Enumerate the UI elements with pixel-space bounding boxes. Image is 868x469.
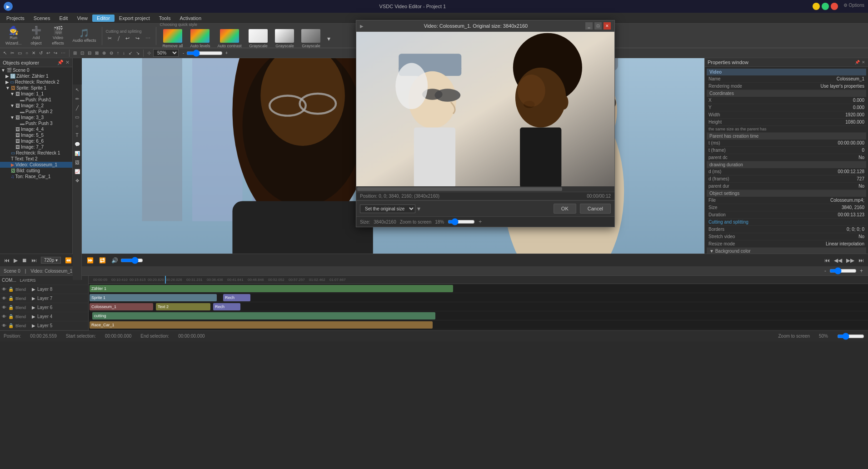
lv-graph-tool[interactable]: 📈 xyxy=(73,167,81,175)
clip-colosseum[interactable]: Colosseum_1 xyxy=(90,303,153,310)
tree-item-ton-racecar[interactable]: ♫ Ton: Race_Car_1 xyxy=(0,174,72,180)
zoom-select[interactable]: 50% 100% 75% 25% xyxy=(153,49,179,57)
zoom-increase-btn[interactable]: + xyxy=(224,50,229,56)
popup-scrollbar-thumb[interactable] xyxy=(357,187,562,191)
clip-cutting[interactable]: cutting xyxy=(92,312,435,319)
prev-frame-btn[interactable]: ⏮ xyxy=(3,257,11,264)
tree-item-push3[interactable]: ▬ Push: Push 3 xyxy=(0,120,72,126)
lv-chart-tool[interactable]: 📊 xyxy=(73,149,81,157)
clip-racecar[interactable]: Race_Car_1 xyxy=(90,321,433,329)
menu-view[interactable]: View xyxy=(72,15,92,22)
minimize-button[interactable] xyxy=(813,3,820,10)
panel-pin-icon[interactable]: 📌 xyxy=(57,60,64,65)
tl-rewind[interactable]: ◀◀ xyxy=(833,257,843,264)
menu-tools[interactable]: Tools xyxy=(155,15,175,22)
tree-item-image77[interactable]: 🖼 Image: 7_7 xyxy=(0,144,72,150)
prop-cut-split[interactable]: Cutting and splitting xyxy=(707,219,866,226)
lv-line-tool[interactable]: ╱ xyxy=(73,104,81,112)
tree-item-scene0[interactable]: ▼ 🎬 Scene 0 xyxy=(0,67,72,73)
tl-skip-end[interactable]: ⏭ xyxy=(857,257,865,264)
cut-tool[interactable]: ✂ xyxy=(9,50,15,56)
layer4-eye[interactable]: 👁 xyxy=(2,314,6,319)
tree-item-image11[interactable]: ▼ 🖼 Image: 1_1 xyxy=(0,91,72,97)
tree-item-image55[interactable]: 🖼 Image: 5_5 xyxy=(0,132,72,138)
remove-all-btn[interactable]: Remove all xyxy=(160,28,185,50)
auto-contrast-btn[interactable]: Auto contrast xyxy=(215,28,244,50)
menu-editor[interactable]: Editor xyxy=(92,15,115,22)
popup-zoom-slider[interactable] xyxy=(448,218,475,225)
more-btn[interactable]: ⋯ xyxy=(143,35,153,42)
lv-circle-tool[interactable]: ○ xyxy=(73,122,81,130)
undo-tool[interactable]: ↩ xyxy=(45,50,51,56)
tree-item-image33[interactable]: ▼ 🖼 Image: 3_3 xyxy=(0,115,72,120)
oval-tool[interactable]: ○ xyxy=(24,50,30,56)
popup-ok-btn[interactable]: OK xyxy=(554,204,576,214)
tree-item-zahler1[interactable]: ▶ 🔢 Zähler: Zähler 1 xyxy=(0,73,72,79)
tree-item-rechteck2[interactable]: ▶ ▭ Rechteck: Rechteck 2 xyxy=(0,79,72,85)
menu-export[interactable]: Export project xyxy=(115,15,155,22)
zoom-decrease-btn[interactable]: - xyxy=(181,50,185,56)
popup-minimize-btn[interactable]: _ xyxy=(585,22,593,30)
props-pin-icon[interactable]: 📌 xyxy=(855,60,860,65)
rotate-cw-tool[interactable]: ↘ xyxy=(135,50,141,56)
tree-item-image44[interactable]: 🖼 Image: 4_4 xyxy=(0,126,72,132)
tree-item-push2[interactable]: ▬ Push: Push 2 xyxy=(0,109,72,115)
layer7-eye[interactable]: 👁 xyxy=(2,296,6,301)
cut-btn[interactable]: ✂ xyxy=(105,35,114,42)
popup-size-select[interactable]: Set the original size Set custom size xyxy=(360,205,415,213)
tree-item-push1[interactable]: ▬ Push: Push1 xyxy=(0,97,72,103)
props-close-icon[interactable]: ✕ xyxy=(862,60,865,65)
run-wizard-button[interactable]: 🧙 Run Wizard... xyxy=(3,25,25,47)
layer6-lock[interactable]: 🔒 xyxy=(8,305,14,310)
layer4-lock[interactable]: 🔒 xyxy=(8,314,14,319)
layer5-eye[interactable]: 👁 xyxy=(2,323,6,328)
delete-tool[interactable]: ✕ xyxy=(30,50,37,56)
lv-pen-tool[interactable]: ✏ xyxy=(73,95,81,103)
tl-skip-start[interactable]: ⏮ xyxy=(823,257,831,264)
lv-img-tool[interactable]: 🖼 xyxy=(73,158,81,166)
tree-item-image66[interactable]: 🖼 Image: 6_6 xyxy=(0,138,72,144)
tl-zoom-slider[interactable] xyxy=(829,267,857,274)
tree-item-bild-cutting[interactable]: 🖼 Bild: cutting xyxy=(0,168,72,174)
tl-zoom-in[interactable]: + xyxy=(858,267,864,274)
stop-btn[interactable]: ⏹ xyxy=(20,257,29,264)
audio-effects-button[interactable]: 🎵 Audio effects xyxy=(70,28,99,44)
menu-activation[interactable]: Activation xyxy=(175,15,206,22)
layer8-lock[interactable]: 🔒 xyxy=(8,287,14,292)
grayscale2-btn[interactable]: Grayscale xyxy=(272,28,297,50)
tree-item-text2[interactable]: T Text: Text 2 xyxy=(0,156,72,162)
tl-zoom-out[interactable]: - xyxy=(823,267,828,274)
zoom-out-tool[interactable]: ⊖ xyxy=(108,50,115,56)
tree-item-video-colosseum[interactable]: ▶ Video: Colosseum_1 xyxy=(0,162,72,168)
select-all-tool[interactable]: ⊞ xyxy=(72,50,78,56)
tl-loop-btn[interactable]: 🔁 xyxy=(98,257,107,264)
group-tool[interactable]: ⊡ xyxy=(79,50,85,56)
menu-projects[interactable]: Projects xyxy=(2,15,29,22)
layer8-eye[interactable]: 👁 xyxy=(2,287,6,292)
play-pause-btn[interactable]: ▶ xyxy=(12,257,19,264)
arrow-up-tool[interactable]: ↑ xyxy=(115,50,120,56)
grayscale1-btn[interactable]: Grayscale xyxy=(246,28,270,50)
next-frame-btn[interactable]: ⏭ xyxy=(30,257,38,264)
popup-close-btn[interactable]: ✕ xyxy=(604,22,611,30)
select-tool[interactable]: ↖ xyxy=(2,50,8,56)
redo-tool[interactable]: ↪ xyxy=(52,50,59,56)
panel-close-icon[interactable]: ✕ xyxy=(65,60,70,65)
zoom-slider[interactable] xyxy=(186,50,223,57)
menu-scenes[interactable]: Scenes xyxy=(29,15,55,22)
split-btn[interactable]: ⧸ xyxy=(115,35,122,42)
tree-item-image22[interactable]: ▼ 🖼 Image: 2_2 xyxy=(0,103,72,109)
tl-next-btn[interactable]: ⏩ xyxy=(85,257,95,264)
lv-select-tool[interactable]: ↖ xyxy=(73,85,81,94)
clip-sprite1[interactable]: Sprite 1 xyxy=(90,294,217,301)
add-object-button[interactable]: ➕ Add object xyxy=(26,25,46,47)
tree-item-sprite1[interactable]: ▼ 🖼 Sprite: Sprite 1 xyxy=(0,85,72,91)
crosshair-tool[interactable]: ⊹ xyxy=(146,50,152,56)
layer5-lock[interactable]: 🔒 xyxy=(8,323,14,328)
cut-split-link[interactable]: Cutting and splitting xyxy=(708,220,864,225)
redo-btn[interactable]: ↪ xyxy=(133,35,142,42)
lv-rect-tool[interactable]: ▭ xyxy=(73,113,81,121)
move-tool[interactable]: ⊠ xyxy=(94,50,100,56)
more-tool[interactable]: ⋯ xyxy=(60,50,67,56)
quick-style-more-btn[interactable]: ▾ xyxy=(325,34,333,43)
